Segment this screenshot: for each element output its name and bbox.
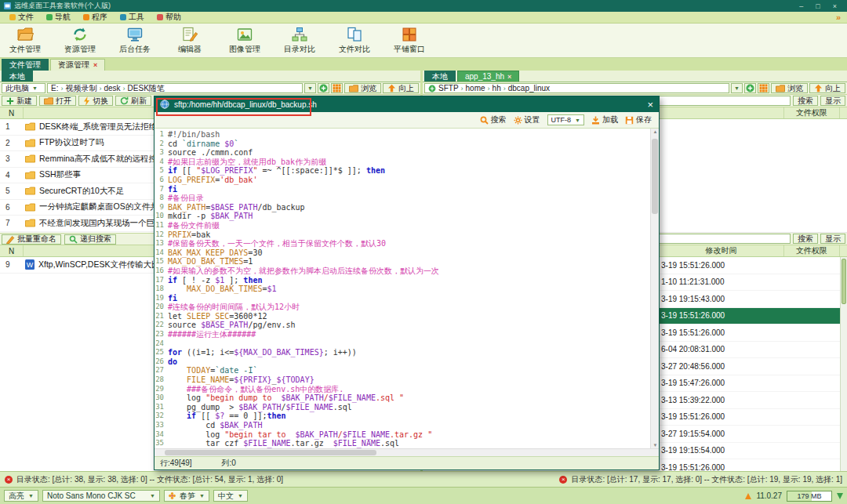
- nav-menu-icon: [46, 14, 53, 20]
- search-button[interactable]: 搜索: [793, 96, 818, 106]
- add-path-button[interactable]: [744, 83, 756, 93]
- editor-save-button[interactable]: 保存: [625, 114, 652, 125]
- action-button-open[interactable]: 打开: [39, 96, 76, 106]
- scrollbar-thumb[interactable]: [842, 259, 846, 304]
- plus-circle-icon: [319, 84, 328, 92]
- editor-settings-button[interactable]: 设置: [514, 114, 540, 125]
- search-label: 搜索: [798, 96, 813, 107]
- column-header-modified-time[interactable]: 修改时间: [659, 245, 784, 256]
- path-history-button[interactable]: ▼: [304, 83, 316, 93]
- menu-item[interactable]: 文件: [3, 12, 40, 23]
- grid-view-button[interactable]: [758, 83, 769, 93]
- editor-close-button[interactable]: ×: [647, 100, 653, 110]
- menu-overflow-icon[interactable]: »: [836, 13, 844, 22]
- show-label: 显示: [825, 96, 841, 107]
- browse-button[interactable]: 浏览: [344, 83, 381, 93]
- breadcrumb-item[interactable]: home: [466, 84, 485, 92]
- breadcrumb-item[interactable]: E:: [51, 84, 58, 92]
- scrollbar-thumb[interactable]: [652, 139, 658, 214]
- toolbar-item-background-task[interactable]: 后台任务: [116, 26, 154, 55]
- show-button[interactable]: 显示: [820, 96, 845, 106]
- code-text: do: [168, 357, 177, 367]
- action-button-switch[interactable]: 切换: [78, 96, 113, 106]
- toolbar-item-file-manager[interactable]: 文件管理: [6, 26, 44, 55]
- code-text: BAK_PATH=$BASE_PATH/db_backup: [168, 203, 305, 212]
- toolbar-item-editor[interactable]: 编辑器: [171, 26, 209, 55]
- recursive-search-icon: [69, 235, 78, 244]
- menu-item[interactable]: 导航: [40, 12, 77, 23]
- editor-search-button[interactable]: 搜索: [480, 114, 507, 125]
- tab-resource-manager[interactable]: 资源管理 ×: [50, 59, 105, 71]
- grid-view-button[interactable]: [331, 83, 343, 93]
- drive-select[interactable]: 此电脑 ▼: [2, 83, 45, 93]
- action-button-new[interactable]: 新建: [2, 96, 37, 106]
- toolbar-item-image-manager[interactable]: 图像管理: [226, 26, 264, 55]
- toolbar-item-resource-manager[interactable]: 资源管理: [61, 26, 99, 55]
- menu-item[interactable]: 工具: [114, 12, 151, 23]
- menu-item-label: 导航: [55, 12, 71, 23]
- scrollbar[interactable]: [840, 257, 847, 471]
- code-editor[interactable]: 1#!/bin/bash2cd `dirname $0`3source ./cm…: [154, 129, 650, 448]
- menu-item[interactable]: 程序: [77, 12, 114, 23]
- scrollbar[interactable]: ▲ ▼: [650, 129, 659, 448]
- update-icon[interactable]: [745, 493, 751, 499]
- scrollbar-horizontal[interactable]: [154, 448, 659, 456]
- font-select[interactable]: Noto Sans Mono CJK SC ▼: [42, 490, 160, 502]
- code-line: 25for ((i=1; i<=${MAX_DO_BAK_TIMES}; i++…: [154, 348, 650, 357]
- breadcrumb-item[interactable]: dbcap_linux: [508, 84, 550, 92]
- code-text: #如果日志前缀为空，就使用db_bak作为前缀: [168, 158, 326, 167]
- minimize-button[interactable]: –: [799, 2, 803, 10]
- code-text: log "begin tar to $BAK_PATH/$FILE_NAME.t…: [168, 430, 432, 440]
- code-text: fi: [168, 185, 177, 194]
- editor-load-button[interactable]: 加载: [591, 114, 618, 125]
- browse-button[interactable]: 浏览: [771, 83, 808, 93]
- code-line: 35 tar czf $FILE_NAME.tar.gz $FILE_NAME.…: [154, 439, 650, 448]
- code-text: TODAY=`date -I`: [168, 366, 257, 375]
- highlight-select[interactable]: 高亮 ▼: [4, 490, 38, 502]
- theme-select[interactable]: 春笋 ▼: [164, 490, 209, 502]
- column-header-n[interactable]: N: [0, 245, 24, 256]
- line-number: 14: [154, 248, 168, 258]
- session-tab-app-13-hh[interactable]: app_13_hh ×: [457, 71, 519, 82]
- local-tab[interactable]: 本地: [2, 71, 33, 82]
- toolbar-item-tile-window[interactable]: 平铺窗口: [391, 26, 428, 55]
- search-button[interactable]: 搜索: [793, 234, 818, 244]
- tool-button-recursive-search[interactable]: 递归搜索: [64, 234, 116, 245]
- line-number: 20: [154, 303, 168, 312]
- close-icon[interactable]: ×: [507, 73, 511, 81]
- show-button[interactable]: 显示: [820, 234, 845, 244]
- toolbar-item-dir-compare[interactable]: 目录对比: [281, 26, 318, 55]
- remote-local-tab[interactable]: 本地: [424, 71, 456, 82]
- column-header-n[interactable]: N: [0, 107, 24, 118]
- menu-item[interactable]: 帮助: [151, 12, 187, 23]
- editor-titlebar[interactable]: sftp:/home/hh/dbcap_linux/db_backup.sh ×: [154, 96, 659, 112]
- maximize-button[interactable]: □: [816, 2, 820, 10]
- path-history-button[interactable]: ▼: [731, 83, 743, 93]
- tab-label: 本地: [432, 71, 448, 82]
- column-header-permission[interactable]: 文件权限: [784, 245, 840, 256]
- encoding-select[interactable]: UTF-8 ▼: [547, 114, 584, 125]
- line-number: 26: [154, 357, 168, 367]
- add-path-button[interactable]: [318, 83, 329, 93]
- up-button[interactable]: 向上: [383, 83, 419, 93]
- column-header-permission[interactable]: 文件权限: [784, 107, 840, 118]
- row-number: 3: [0, 154, 24, 163]
- close-button[interactable]: ×: [833, 2, 837, 10]
- action-button-refresh[interactable]: 刷新: [115, 96, 151, 106]
- download-icon[interactable]: [837, 493, 843, 499]
- scrollbar-thumb[interactable]: [165, 450, 376, 455]
- tool-button-rename[interactable]: 批量重命名: [2, 234, 61, 245]
- tab-file-manager[interactable]: 文件管理: [2, 59, 49, 71]
- breadcrumb-item[interactable]: hh: [493, 84, 501, 92]
- language-select[interactable]: 中文 ▼: [213, 490, 248, 502]
- toolbar-item-file-compare[interactable]: 文件对比: [336, 26, 373, 55]
- scroll-down-icon[interactable]: ▼: [651, 443, 659, 448]
- scroll-up-icon[interactable]: ▲: [651, 129, 659, 134]
- code-text: #连续备份的时间间隔，默认为12小时: [168, 303, 300, 312]
- breadcrumb-item[interactable]: DESK随笔: [128, 83, 165, 93]
- close-icon[interactable]: ×: [93, 61, 97, 69]
- code-line: 26do: [154, 357, 650, 367]
- breadcrumb-item[interactable]: desk: [104, 84, 120, 92]
- breadcrumb-item[interactable]: 视频录制: [65, 83, 96, 93]
- up-button[interactable]: 向上: [809, 83, 845, 93]
